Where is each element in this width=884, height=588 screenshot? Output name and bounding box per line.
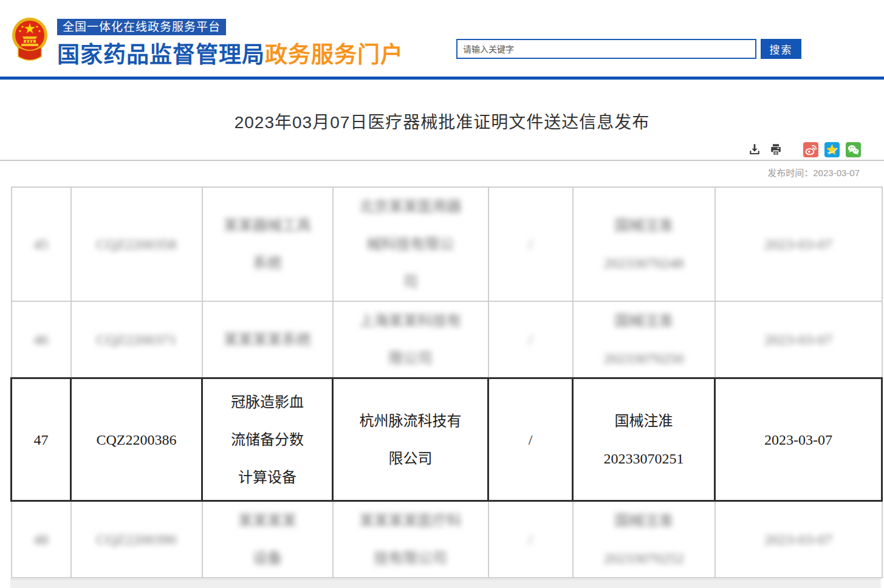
share-toolbar [0, 142, 884, 157]
col-index: 48 [12, 501, 71, 578]
site-brand: 全国一体化在线政务服务平台 国家药品监督管理局政务服务门户 [57, 19, 403, 69]
search-button[interactable]: 搜索 [761, 39, 801, 59]
share-weibo-icon[interactable] [803, 142, 818, 157]
col-acceptance-no: CQZ2200390 [71, 501, 202, 578]
col-agent: / [488, 378, 573, 501]
col-acceptance-no: CQZ2200358 [71, 187, 202, 301]
col-agent: / [488, 187, 573, 301]
approval-table: 45 CQZ2200358 某某器械工具 系统 北京某某医用器 械科技有限公 司… [10, 186, 881, 578]
col-company: 某某某某医疗科 技有限公司 [333, 501, 488, 578]
print-icon[interactable] [768, 142, 784, 157]
col-acceptance-no: CQZ2200371 [71, 301, 202, 378]
col-registration-no: 国械注准 20233070248 [573, 187, 715, 301]
cropped-next-row [10, 578, 881, 588]
table-row: 48 CQZ2200390 某某某某 设备 某某某某医疗科 技有限公司 / 国械… [12, 501, 882, 578]
col-approval-date: 2023-03-07 [715, 301, 882, 378]
download-icon[interactable] [747, 142, 762, 157]
search-input[interactable] [456, 39, 756, 59]
col-agent: / [488, 301, 573, 378]
publish-time: 发布时间：2023-03-07 [0, 166, 884, 178]
col-company: 杭州脉流科技有 限公司 [333, 378, 488, 501]
table-row: 47 CQZ2200386 冠脉造影血 流储备分数 计算设备 杭州脉流科技有 限… [12, 378, 882, 501]
col-product-name: 某某某某系统 [202, 301, 333, 378]
toolbar-divider [0, 160, 884, 161]
col-product-name: 某某器械工具 系统 [202, 187, 333, 301]
col-product-name: 冠脉造影血 流储备分数 计算设备 [202, 378, 333, 501]
national-emblem-logo[interactable] [11, 16, 49, 64]
col-registration-no: 国械注准 20233070252 [573, 501, 715, 578]
col-index: 47 [12, 378, 71, 501]
publish-time-label: 发布时间： [767, 168, 813, 178]
publish-time-value: 2023-03-07 [813, 168, 860, 178]
page-title: 2023年03月07日医疗器械批准证明文件送达信息发布 [0, 109, 884, 127]
table-row: 46 CQZ2200371 某某某某系统 上海某某科技有 限公司 / 国械注准 … [12, 301, 882, 378]
table-row: 45 CQZ2200358 某某器械工具 系统 北京某某医用器 械科技有限公 司… [12, 187, 882, 301]
site-header: 全国一体化在线政务服务平台 国家药品监督管理局政务服务门户 搜索 [0, 0, 884, 77]
share-qzone-icon[interactable] [824, 142, 840, 157]
col-product-name: 某某某某 设备 [202, 501, 333, 578]
col-registration-no: 国械注准 20233070251 [573, 378, 715, 501]
col-registration-no: 国械注准 20233070250 [573, 301, 715, 378]
col-approval-date: 2023-03-07 [715, 501, 882, 578]
platform-badge: 全国一体化在线政务服务平台 [57, 19, 226, 35]
portal-name: 政务服务门户 [265, 43, 403, 67]
col-approval-date: 2023-03-07 [715, 187, 882, 301]
share-wechat-icon[interactable] [845, 142, 861, 157]
col-company: 上海某某科技有 限公司 [333, 301, 488, 378]
site-title: 国家药品监督管理局政务服务门户 [57, 36, 403, 69]
col-acceptance-no: CQZ2200386 [71, 378, 202, 501]
agency-name: 国家药品监督管理局 [57, 43, 265, 67]
header-divider [0, 77, 884, 80]
col-company: 北京某某医用器 械科技有限公 司 [333, 187, 488, 301]
col-agent: / [488, 501, 573, 578]
col-approval-date: 2023-03-07 [715, 378, 882, 501]
col-index: 45 [12, 187, 71, 301]
search-bar: 搜索 [456, 39, 801, 59]
col-index: 46 [12, 301, 71, 378]
